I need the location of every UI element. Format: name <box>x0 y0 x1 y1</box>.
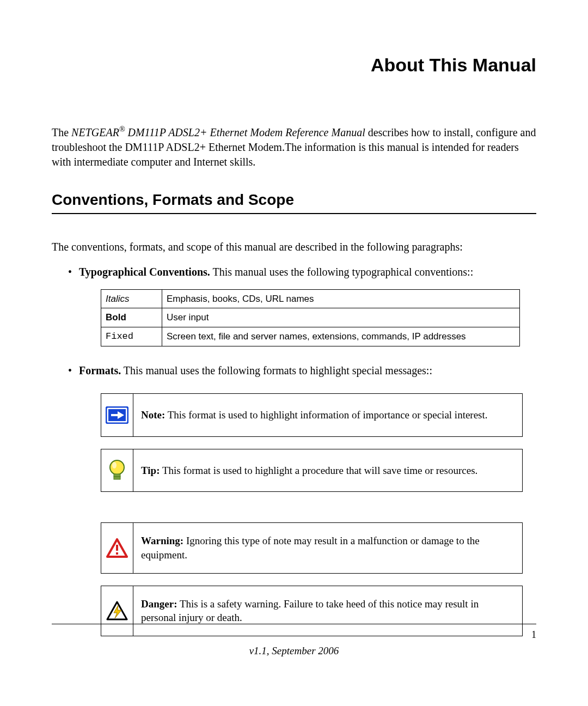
warning-icon-cell <box>101 522 133 573</box>
danger-bolt-icon <box>106 601 128 620</box>
section-heading: Conventions, Formats and Scope <box>52 191 536 214</box>
danger-callout: Danger: This is a safety warning. Failur… <box>101 586 523 636</box>
warning-text: Ignoring this type of note may result in… <box>141 535 480 561</box>
danger-icon-cell <box>101 586 133 636</box>
conv-desc-fixed: Screen text, file and server names, exte… <box>162 327 520 346</box>
intro-manual-rest: DM111P ADSL2+ Ethernet Modem Reference M… <box>125 126 365 138</box>
registered-symbol: ® <box>119 125 125 133</box>
bullet-formats-label: Formats. <box>79 364 121 376</box>
svg-point-3 <box>110 460 124 474</box>
warning-text-cell: Warning: Ignoring this type of note may … <box>133 522 523 573</box>
tip-callout: Tip: This format is used to highlight a … <box>101 449 523 492</box>
intro-prefix: The <box>52 126 71 138</box>
svg-point-4 <box>112 462 117 468</box>
bullet-typo-label: Typographical Conventions. <box>79 266 210 278</box>
note-text-cell: Note: This format is used to highlight i… <box>133 393 523 437</box>
intro-paragraph: The NETGEAR® DM111P ADSL2+ Ethernet Mode… <box>52 125 536 169</box>
document-page: About This Manual The NETGEAR® DM111P AD… <box>0 0 588 706</box>
section-intro: The conventions, formats, and scope of t… <box>52 239 536 254</box>
danger-text: This is a safety warning. Failure to tak… <box>141 598 479 624</box>
tip-icon-cell <box>101 449 133 492</box>
note-icon-cell <box>101 393 133 437</box>
note-label: Note: <box>141 409 165 421</box>
tip-label: Tip: <box>141 465 160 476</box>
tip-text: This format is used to highlight a proce… <box>160 465 478 476</box>
conv-label-italics: Italics <box>101 289 162 308</box>
svg-rect-5 <box>114 474 120 477</box>
table-row: Bold User input <box>101 308 520 327</box>
svg-rect-6 <box>114 477 120 479</box>
bullet-typographical: Typographical Conventions. This manual u… <box>68 264 536 346</box>
version-footer: v1.1, September 2006 <box>0 645 588 657</box>
svg-rect-8 <box>116 545 118 551</box>
conv-label-fixed: Fixed <box>101 327 162 346</box>
arrow-right-icon <box>106 406 128 424</box>
footer-rule <box>52 624 536 624</box>
danger-text-cell: Danger: This is a safety warning. Failur… <box>133 586 523 636</box>
conv-desc-bold: User input <box>162 308 520 327</box>
conv-desc-italics: Emphasis, books, CDs, URL names <box>162 289 520 308</box>
intro-manual-name: NETGEAR <box>71 126 119 138</box>
table-row: Italics Emphasis, books, CDs, URL names <box>101 289 520 308</box>
bullet-typo-text: This manual uses the following typograph… <box>210 266 473 278</box>
note-text: This format is used to highlight informa… <box>165 409 487 421</box>
page-number: 1 <box>531 629 536 641</box>
lightbulb-icon <box>107 459 127 483</box>
tip-text-cell: Tip: This format is used to highlight a … <box>133 449 523 492</box>
bullet-formats-text: This manual uses the following formats t… <box>121 364 432 376</box>
danger-label: Danger: <box>141 598 177 610</box>
svg-rect-9 <box>116 552 118 555</box>
bullet-formats: Formats. This manual uses the following … <box>68 363 536 636</box>
warning-callout: Warning: Ignoring this type of note may … <box>101 522 523 573</box>
warning-label: Warning: <box>141 535 183 546</box>
conv-label-bold: Bold <box>101 308 162 327</box>
bullet-list: Typographical Conventions. This manual u… <box>52 264 536 636</box>
warning-triangle-icon <box>106 538 128 558</box>
note-callout: Note: This format is used to highlight i… <box>101 393 523 437</box>
table-row: Fixed Screen text, file and server names… <box>101 327 520 346</box>
page-title: About This Manual <box>52 54 536 76</box>
conventions-table: Italics Emphasis, books, CDs, URL names … <box>101 289 520 346</box>
